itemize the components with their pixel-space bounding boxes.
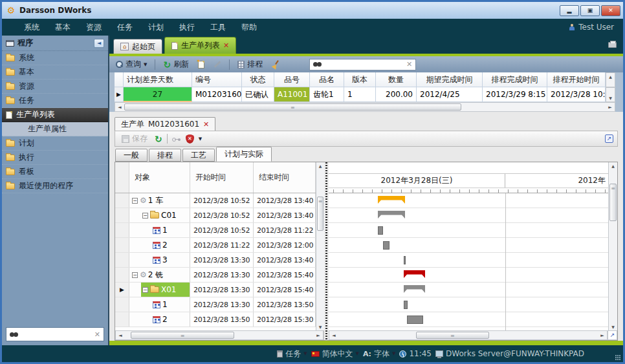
query-button[interactable]: 查询 ▼: [113, 58, 149, 70]
col-start-time[interactable]: 开始时间: [190, 162, 254, 193]
gantt-bar-task[interactable]: [407, 316, 423, 324]
toolbar-search-clear-icon[interactable]: ✕: [406, 60, 412, 69]
menu-help[interactable]: 帮助: [234, 22, 265, 33]
tab-general[interactable]: 一般: [115, 149, 148, 162]
gantt-bar-task[interactable]: [383, 241, 389, 250]
tree-row[interactable]: 1 2012/3/28 13:30 2012/3/28 13:50: [115, 297, 316, 312]
tree-expander-icon[interactable]: −: [132, 272, 138, 278]
detail-tab-close-icon[interactable]: ✕: [203, 120, 209, 129]
col-sched-start[interactable]: 排程开始时间: [547, 72, 606, 87]
schedule-button[interactable]: 排程: [235, 58, 265, 70]
maximize-button[interactable]: ▣: [580, 5, 600, 16]
detail-tab[interactable]: 生产单 M012031601 ✕: [115, 117, 215, 131]
edit-button[interactable]: [211, 63, 224, 66]
sidebar-item-resource[interactable]: 资源: [2, 80, 108, 94]
shield-icon[interactable]: ✕: [186, 134, 194, 144]
tree-row[interactable]: − C01 2012/3/28 10:52 2012/3/28 13:40: [115, 208, 316, 223]
open-in-window-icon[interactable]: ↗: [605, 134, 613, 143]
tree-vertical-scrollbar[interactable]: ▲ ≡ ▼: [316, 162, 324, 330]
tree-expander-icon[interactable]: −: [142, 287, 148, 293]
col-code[interactable]: 编号: [192, 72, 242, 87]
tree-expander-icon[interactable]: −: [132, 198, 138, 204]
sidebar-item-kanban[interactable]: 看板: [2, 165, 108, 179]
col-end-time[interactable]: 结束时间: [254, 162, 316, 193]
tree-object-cell[interactable]: − X01: [129, 283, 190, 297]
tab-schedule[interactable]: 排程: [149, 149, 181, 162]
goto-task-icon[interactable]: ↗: [608, 330, 617, 340]
resize-grip[interactable]: [615, 355, 620, 360]
refresh-button[interactable]: ↻ 刷新: [160, 58, 192, 70]
tab-close-icon[interactable]: ✕: [223, 41, 229, 50]
sidebar-search-box[interactable]: ✕: [6, 327, 104, 341]
tree-row[interactable]: − ⚙ 1 车 2012/3/28 10:52 2012/3/28 13:40: [115, 193, 316, 208]
col-status[interactable]: 状态: [242, 72, 274, 87]
gantt-bar-task[interactable]: [404, 256, 406, 264]
tree-object-cell[interactable]: − ⚙ 2 铣: [129, 268, 190, 282]
detail-refresh-icon[interactable]: ↻: [155, 135, 162, 143]
order-row[interactable]: ▶ 27 M012031601 已确认 A11001 齿轮1 1 200.00 …: [115, 87, 615, 102]
close-button[interactable]: ✕: [601, 5, 620, 16]
toolbar-search-input[interactable]: ✕: [309, 59, 416, 70]
org-chart-icon[interactable]: [172, 136, 181, 142]
clean-button[interactable]: [269, 59, 282, 69]
sidebar-item-production-order-list[interactable]: 生产单列表: [2, 108, 108, 122]
menu-task[interactable]: 任务: [109, 22, 140, 33]
sidebar-item-basic[interactable]: 基本: [2, 65, 108, 80]
tab-home[interactable]: ⌂ 起始页: [113, 39, 162, 54]
menu-basic[interactable]: 基本: [47, 22, 78, 33]
tree-object-cell[interactable]: 2: [129, 312, 190, 327]
gantt-bar-task[interactable]: [378, 226, 383, 235]
tree-row[interactable]: 1 2012/3/28 10:52 2012/3/28 11:22: [115, 223, 316, 238]
chevron-down-icon[interactable]: ▼: [199, 136, 202, 142]
tree-object-cell[interactable]: 2: [129, 238, 190, 252]
menu-resource[interactable]: 资源: [78, 22, 109, 33]
menu-plan[interactable]: 计划: [140, 22, 171, 33]
grid-vertical-scrollbar[interactable]: ▲: [606, 72, 615, 87]
status-font-menu[interactable]: A: 字体 ▼: [363, 348, 396, 359]
gantt-plot[interactable]: [329, 193, 608, 330]
col-object[interactable]: 对象: [129, 162, 190, 193]
grid-horizontal-scrollbar[interactable]: ◄ ≡ ►: [115, 102, 615, 112]
tree-expander-icon[interactable]: −: [142, 213, 148, 219]
col-item-no[interactable]: 品号: [274, 72, 310, 87]
menu-execute[interactable]: 执行: [171, 22, 203, 33]
gantt-horizontal-scrollbar[interactable]: ◄ ≡ ►: [329, 330, 608, 340]
tree-row[interactable]: 2 2012/3/28 11:22 2012/3/28 12:00: [115, 238, 316, 253]
save-button[interactable]: 保存: [119, 133, 150, 145]
status-language-menu[interactable]: 简体中文 ▼: [311, 348, 359, 359]
tree-object-cell[interactable]: − C01: [129, 208, 190, 222]
tree-row[interactable]: 3 2012/3/28 13:30 2012/3/28 13:40: [115, 253, 316, 268]
sidebar-item-plan[interactable]: 计划: [2, 136, 108, 151]
tree-object-cell[interactable]: − ⚙ 1 车: [129, 193, 190, 208]
tree-row[interactable]: ▶ − X01 2012/3/28 13:30 2012/3/28 15:40: [115, 283, 316, 297]
minimize-button[interactable]: ▂: [560, 5, 579, 16]
sidebar-item-execute[interactable]: 执行: [2, 151, 108, 165]
tree-horizontal-scrollbar[interactable]: ◄ ≡ ►: [115, 330, 323, 340]
sidebar-collapse-button[interactable]: ◄: [94, 39, 104, 48]
tab-plan-vs-actual[interactable]: 计划与实际: [216, 147, 272, 162]
printer-icon[interactable]: [608, 42, 617, 48]
menu-tools[interactable]: 工具: [203, 22, 234, 33]
grid-vertical-scrollbar[interactable]: ▼: [606, 87, 615, 102]
pane-splitter[interactable]: [324, 162, 329, 340]
tree-row[interactable]: 2 2012/3/28 13:50 2012/3/28 15:30: [115, 312, 316, 327]
tree-object-cell[interactable]: 1: [129, 223, 190, 237]
current-user[interactable]: Test User: [578, 23, 614, 32]
sidebar-item-system[interactable]: 系统: [2, 51, 108, 65]
tab-production-order-list[interactable]: 生产单列表 ✕: [164, 37, 236, 54]
col-qty[interactable]: 数量: [376, 72, 417, 87]
col-plan-diff[interactable]: 计划差异天数: [124, 72, 192, 87]
gantt-vertical-scrollbar[interactable]: ▲ ≡ ▼: [608, 162, 617, 330]
col-expect-finish[interactable]: 期望完成时间: [417, 72, 483, 87]
col-sched-finish[interactable]: 排程完成时间: [483, 72, 547, 87]
sidebar-item-recent-programs[interactable]: 最近使用的程序: [2, 179, 108, 193]
menu-system[interactable]: 系统: [16, 22, 47, 33]
col-item-name[interactable]: 品名: [310, 72, 344, 87]
sidebar-item-task[interactable]: 任务: [2, 94, 108, 108]
tree-object-cell[interactable]: 3: [129, 253, 190, 267]
gantt-bar-task[interactable]: [404, 301, 408, 309]
tab-process[interactable]: 工艺: [182, 149, 215, 162]
sidebar-item-production-order-props[interactable]: 生产单属性: [2, 122, 108, 136]
new-button[interactable]: [195, 60, 207, 69]
col-version[interactable]: 版本: [344, 72, 376, 87]
